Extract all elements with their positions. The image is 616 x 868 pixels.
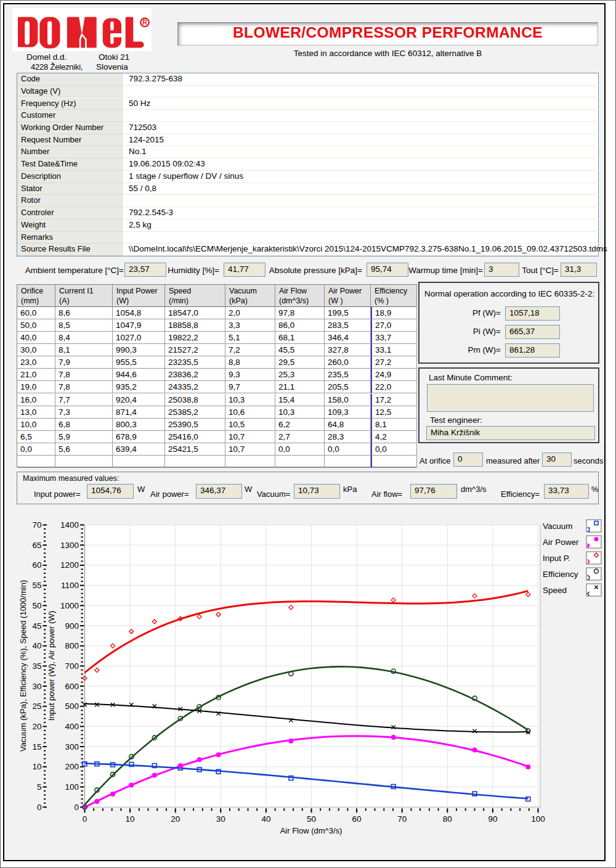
svg-text:Air Power: Air Power [543,538,579,547]
svg-text:1300: 1300 [60,541,79,550]
svg-text:20: 20 [32,722,41,731]
svg-text:R: R [142,18,147,26]
svg-text:1000: 1000 [60,601,79,610]
svg-text:40: 40 [32,641,41,650]
svg-text:Input P.: Input P. [543,554,570,563]
svg-text:1200: 1200 [60,560,79,570]
svg-text:Vacuum (kPa), Efficiency (%),: Vacuum (kPa), Efficiency (%), Speed (100… [18,580,28,751]
svg-text:Air Flow (dm^3/s): Air Flow (dm^3/s) [280,826,342,835]
svg-text:400: 400 [65,722,79,731]
svg-text:5: 5 [37,782,42,792]
svg-text:900: 900 [65,621,79,631]
svg-text:1400: 1400 [60,520,79,530]
svg-text:15: 15 [32,742,41,751]
svg-text:45: 45 [32,621,41,631]
svg-text:80: 80 [443,814,452,824]
svg-text:0: 0 [37,803,42,812]
svg-text:Vacuum: Vacuum [543,522,573,531]
svg-text:10: 10 [32,762,41,771]
svg-text:Input power (W), Air power (W): Input power (W), Air power (W) [47,611,56,721]
svg-text:60: 60 [32,560,41,570]
svg-text:50: 50 [32,601,41,610]
svg-text:25: 25 [32,702,41,711]
svg-text:30: 30 [32,682,41,691]
svg-text:Speed: Speed [543,586,567,595]
svg-text:90: 90 [488,814,497,824]
svg-text:300: 300 [65,742,79,751]
svg-text:40: 40 [261,814,270,824]
svg-text:0: 0 [74,803,79,812]
svg-text:700: 700 [65,661,79,671]
svg-text:Efficiency: Efficiency [543,570,578,579]
svg-text:100: 100 [531,814,545,824]
svg-text:500: 500 [65,702,79,711]
svg-text:800: 800 [65,641,79,650]
svg-text:55: 55 [32,581,41,590]
svg-text:200: 200 [65,762,79,771]
svg-text:100: 100 [65,782,79,792]
svg-text:35: 35 [32,661,41,671]
svg-text:30: 30 [216,814,225,824]
svg-text:10: 10 [126,814,135,824]
svg-text:0: 0 [83,814,87,824]
svg-text:1100: 1100 [61,581,79,590]
svg-text:65: 65 [32,541,41,550]
svg-text:60: 60 [352,814,362,824]
svg-text:50: 50 [307,814,316,824]
svg-text:70: 70 [32,520,41,530]
svg-text:20: 20 [171,814,180,824]
svg-text:600: 600 [65,682,79,691]
svg-text:70: 70 [397,814,407,824]
